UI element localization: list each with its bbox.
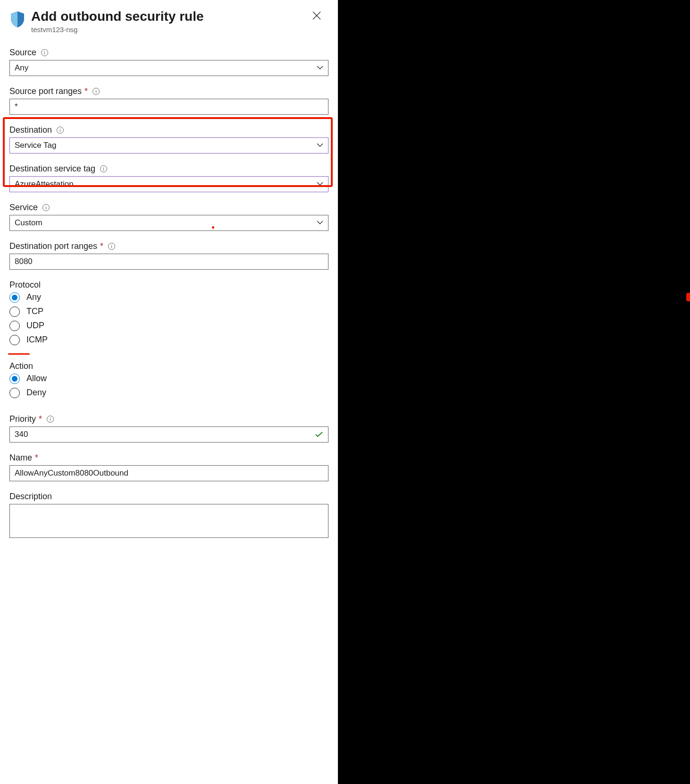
info-icon[interactable]: i [47, 416, 54, 423]
annotation-edge-mark [686, 293, 690, 301]
chevron-down-icon [317, 66, 323, 70]
name-label: Name * [9, 453, 328, 463]
source-port-ranges-label: Source port ranges * i [9, 86, 328, 96]
protocol-label: Protocol [9, 280, 328, 290]
name-input[interactable] [9, 465, 328, 481]
field-destination-port-ranges: Destination port ranges * i [9, 241, 328, 270]
action-radio-group: Allow Deny [9, 374, 328, 398]
required-indicator: * [100, 241, 103, 251]
chevron-down-icon [317, 221, 323, 225]
action-label: Action [9, 361, 328, 371]
destination-service-tag-select[interactable]: AzureAttestation [9, 176, 328, 192]
protocol-option-icmp[interactable]: ICMP [9, 335, 328, 345]
destination-label: Destination i [9, 125, 328, 135]
protocol-radio-group: Any TCP UDP ICMP [9, 292, 328, 345]
action-option-allow[interactable]: Allow [9, 374, 328, 384]
info-icon[interactable]: i [41, 49, 48, 56]
field-destination: Destination i Service Tag [9, 125, 328, 153]
service-label: Service i [9, 203, 328, 213]
field-priority: Priority * i [9, 414, 328, 443]
info-icon[interactable]: i [42, 204, 50, 211]
close-icon [312, 11, 321, 20]
description-label: Description [9, 492, 328, 502]
required-indicator: * [84, 86, 88, 96]
destination-port-ranges-input[interactable] [9, 254, 328, 270]
protocol-option-tcp[interactable]: TCP [9, 307, 328, 317]
description-input[interactable] [9, 504, 328, 538]
field-protocol: Protocol Any TCP UDP ICMP [9, 280, 328, 345]
destination-port-ranges-label: Destination port ranges * i [9, 241, 328, 251]
info-icon[interactable]: i [108, 243, 115, 250]
priority-label: Priority * i [9, 414, 328, 424]
required-indicator: * [35, 453, 38, 463]
chevron-down-icon [317, 143, 323, 147]
destination-select[interactable]: Service Tag [9, 137, 328, 153]
annotation-underline-action [8, 353, 30, 355]
panel-title: Add outbound security rule [31, 9, 309, 25]
info-icon[interactable]: i [93, 88, 100, 95]
annotation-dot [212, 226, 214, 229]
source-port-ranges-input[interactable] [9, 99, 328, 115]
action-option-deny[interactable]: Deny [9, 388, 328, 398]
check-icon [315, 432, 323, 437]
form-body: Source i Any Source port ranges * i Dest… [0, 34, 338, 560]
panel-subtitle: testvm123-nsg [31, 26, 309, 34]
protocol-option-udp[interactable]: UDP [9, 321, 328, 331]
source-select[interactable]: Any [9, 60, 328, 76]
service-select[interactable]: Custom [9, 215, 328, 231]
shield-icon [9, 10, 25, 28]
priority-input[interactable] [9, 426, 328, 443]
destination-service-tag-label: Destination service tag i [9, 164, 328, 174]
field-destination-service-tag: Destination service tag i AzureAttestati… [9, 164, 328, 192]
info-icon[interactable]: i [100, 165, 107, 172]
protocol-option-any[interactable]: Any [9, 292, 328, 303]
field-name: Name * [9, 453, 328, 481]
required-indicator: * [39, 414, 42, 424]
field-source: Source i Any [9, 48, 328, 76]
chevron-down-icon [317, 182, 323, 186]
field-service: Service i Custom [9, 203, 328, 231]
outbound-rule-panel: Add outbound security rule testvm123-nsg… [0, 0, 338, 784]
field-action: Action Allow Deny [9, 361, 328, 398]
close-button[interactable] [309, 9, 325, 25]
info-icon[interactable]: i [57, 127, 64, 134]
field-source-port-ranges: Source port ranges * i [9, 86, 328, 115]
panel-header: Add outbound security rule testvm123-nsg [0, 0, 338, 34]
source-label: Source i [9, 48, 328, 58]
field-description: Description [9, 492, 328, 540]
